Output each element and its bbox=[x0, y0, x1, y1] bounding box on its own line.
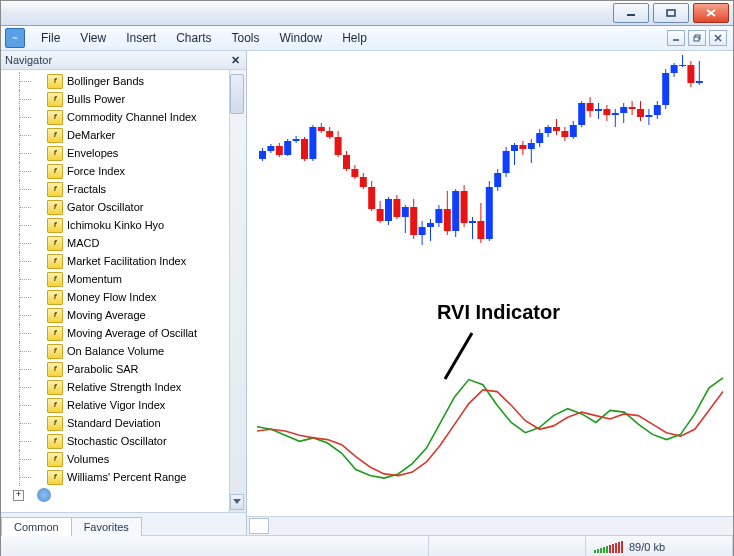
function-icon: f bbox=[47, 452, 63, 467]
navigator-titlebar: Navigator ✕ bbox=[1, 51, 246, 70]
menu-charts[interactable]: Charts bbox=[166, 28, 221, 48]
indicator-item[interactable]: fStandard Deviation bbox=[1, 414, 246, 432]
svg-rect-17 bbox=[284, 141, 291, 155]
mdi-restore-button[interactable] bbox=[688, 30, 706, 46]
function-icon: f bbox=[47, 272, 63, 287]
svg-rect-85 bbox=[570, 125, 577, 137]
close-button[interactable] bbox=[693, 3, 729, 23]
svg-rect-71 bbox=[511, 145, 518, 151]
chart-tab-placeholder[interactable] bbox=[249, 518, 269, 534]
indicator-label: Moving Average bbox=[67, 309, 146, 321]
navigator-title: Navigator bbox=[5, 54, 52, 66]
indicator-item[interactable]: fFractals bbox=[1, 180, 246, 198]
function-icon: f bbox=[47, 470, 63, 485]
svg-rect-67 bbox=[494, 173, 501, 187]
indicator-item[interactable]: fMACD bbox=[1, 234, 246, 252]
indicator-label: Bulls Power bbox=[67, 93, 125, 105]
function-icon: f bbox=[47, 362, 63, 377]
indicator-item[interactable]: fIchimoku Kinko Hyo bbox=[1, 216, 246, 234]
indicator-item[interactable]: fRelative Strength Index bbox=[1, 378, 246, 396]
indicator-item[interactable]: fBollinger Bands bbox=[1, 72, 246, 90]
expand-icon[interactable]: + bbox=[13, 490, 24, 501]
indicator-item[interactable]: fStochastic Oscillator bbox=[1, 432, 246, 450]
indicator-label: Market Facilitation Index bbox=[67, 255, 186, 267]
navigator-tabs: Common Favorites bbox=[1, 512, 246, 535]
function-icon: f bbox=[47, 164, 63, 179]
svg-rect-37 bbox=[368, 187, 375, 209]
indicator-item[interactable]: fMoney Flow Index bbox=[1, 288, 246, 306]
svg-rect-31 bbox=[343, 155, 350, 169]
indicator-item[interactable]: fCommodity Channel Index bbox=[1, 108, 246, 126]
menu-window[interactable]: Window bbox=[270, 28, 333, 48]
indicator-item[interactable]: fMomentum bbox=[1, 270, 246, 288]
svg-rect-41 bbox=[385, 199, 392, 221]
indicator-item[interactable]: fMarket Facilitation Index bbox=[1, 252, 246, 270]
menu-insert[interactable]: Insert bbox=[116, 28, 166, 48]
svg-rect-25 bbox=[318, 127, 325, 131]
indicator-label: Commodity Channel Index bbox=[67, 111, 197, 123]
svg-rect-73 bbox=[519, 145, 526, 149]
svg-rect-95 bbox=[612, 113, 619, 115]
svg-rect-47 bbox=[410, 207, 417, 235]
indicator-label: Volumes bbox=[67, 453, 109, 465]
indicator-label: Gator Oscillator bbox=[67, 201, 143, 213]
svg-rect-79 bbox=[545, 127, 552, 133]
indicator-item[interactable]: fBulls Power bbox=[1, 90, 246, 108]
tab-favorites[interactable]: Favorites bbox=[71, 517, 142, 536]
menu-tools[interactable]: Tools bbox=[222, 28, 270, 48]
svg-rect-111 bbox=[679, 65, 686, 66]
scrollbar-down-arrow[interactable] bbox=[230, 494, 244, 510]
navigator-tree[interactable]: fBollinger BandsfBulls PowerfCommodity C… bbox=[1, 70, 246, 512]
menu-view[interactable]: View bbox=[70, 28, 116, 48]
svg-rect-103 bbox=[645, 115, 652, 117]
indicator-item[interactable]: fEnvelopes bbox=[1, 144, 246, 162]
indicator-item[interactable]: fParabolic SAR bbox=[1, 360, 246, 378]
indicator-item[interactable]: fVolumes bbox=[1, 450, 246, 468]
indicator-item[interactable]: fDeMarker bbox=[1, 126, 246, 144]
indicator-item[interactable]: fMoving Average of Oscillat bbox=[1, 324, 246, 342]
tree-node-collapsed[interactable]: + bbox=[1, 486, 246, 504]
mdi-close-button[interactable] bbox=[709, 30, 727, 46]
indicator-item[interactable]: fMoving Average bbox=[1, 306, 246, 324]
svg-rect-63 bbox=[477, 221, 484, 239]
indicator-label: Ichimoku Kinko Hyo bbox=[67, 219, 164, 231]
svg-rect-23 bbox=[309, 127, 316, 159]
menu-help[interactable]: Help bbox=[332, 28, 377, 48]
maximize-button[interactable] bbox=[653, 3, 689, 23]
svg-marker-9 bbox=[233, 499, 241, 504]
function-icon: f bbox=[47, 308, 63, 323]
svg-rect-97 bbox=[620, 107, 627, 113]
indicator-label: Relative Strength Index bbox=[67, 381, 181, 393]
function-icon: f bbox=[47, 290, 63, 305]
status-connection[interactable]: 89/0 kb bbox=[586, 536, 733, 556]
svg-rect-33 bbox=[351, 169, 358, 177]
annotation-label: RVI Indicator bbox=[437, 301, 560, 324]
status-message bbox=[1, 536, 429, 556]
chart-canvas bbox=[247, 51, 733, 517]
svg-rect-101 bbox=[637, 109, 644, 117]
tab-common[interactable]: Common bbox=[1, 517, 72, 536]
svg-line-116 bbox=[445, 333, 472, 379]
chart-area[interactable]: RVI Indicator bbox=[247, 51, 733, 535]
svg-rect-75 bbox=[528, 143, 535, 149]
indicator-item[interactable]: fWilliams' Percent Range bbox=[1, 468, 246, 486]
titlebar bbox=[1, 1, 733, 26]
svg-rect-35 bbox=[360, 177, 367, 187]
mdi-minimize-button[interactable] bbox=[667, 30, 685, 46]
indicator-item[interactable]: fRelative Vigor Index bbox=[1, 396, 246, 414]
svg-rect-55 bbox=[444, 209, 451, 231]
svg-rect-59 bbox=[461, 191, 468, 223]
indicator-item[interactable]: fOn Balance Volume bbox=[1, 342, 246, 360]
function-icon: f bbox=[47, 416, 63, 431]
minimize-button[interactable] bbox=[613, 3, 649, 23]
indicator-item[interactable]: fGator Oscillator bbox=[1, 198, 246, 216]
navigator-close-button[interactable]: ✕ bbox=[228, 53, 242, 67]
function-icon: f bbox=[47, 128, 63, 143]
indicator-item[interactable]: fForce Index bbox=[1, 162, 246, 180]
function-icon: f bbox=[47, 92, 63, 107]
svg-rect-1 bbox=[667, 10, 675, 16]
scrollbar-thumb[interactable] bbox=[230, 74, 244, 114]
menu-file[interactable]: File bbox=[31, 28, 70, 48]
svg-rect-57 bbox=[452, 191, 459, 231]
indicator-label: MACD bbox=[67, 237, 99, 249]
